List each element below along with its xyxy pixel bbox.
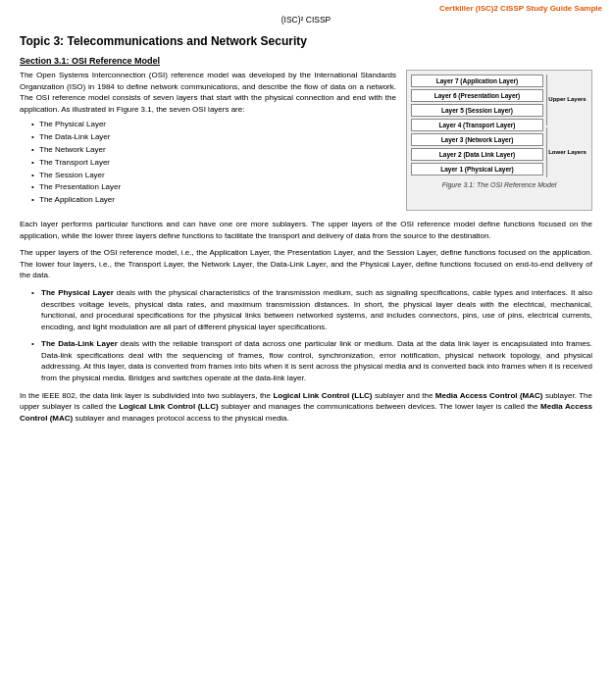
- detail-physical-text: deals with the physical characteristics …: [41, 288, 592, 331]
- list-item: The Transport Layer: [31, 157, 396, 170]
- brand-name: Certkiller (ISC)2 CISSP Study Guide Samp…: [10, 4, 602, 13]
- main-content: Topic 3: Telecommunications and Network …: [0, 26, 612, 439]
- header: Certkiller (ISC)2 CISSP Study Guide Samp…: [0, 0, 612, 26]
- topic-title: Topic 3: Telecommunications and Network …: [20, 34, 592, 48]
- intro-block: The Open Systems Interconnection (OSI) r…: [20, 70, 592, 211]
- list-item-physical: The Physical Layer deals with the physic…: [31, 287, 592, 332]
- list-item: The Network Layer: [31, 144, 396, 157]
- lower-layers-label: Lower Layers: [546, 127, 587, 178]
- detail-datalink-text: deals with the reliable transport of dat…: [41, 339, 592, 382]
- osi-layer-1: Layer 1 (Physical Layer): [411, 163, 543, 175]
- term-physical: The Physical Layer: [41, 288, 114, 297]
- osi-bullet-list: The Physical Layer The Data-Link Layer T…: [31, 119, 396, 207]
- list-item-datalink: The Data-Link Layer deals with the relia…: [31, 338, 592, 383]
- section-title: Section 3.1: OSI Reference Model: [20, 56, 592, 66]
- diagram-caption: Figure 3.1: The OSI Reference Model: [411, 181, 587, 188]
- osi-layer-6: Layer 6 (Presentation Layer): [411, 89, 543, 102]
- osi-layer-7: Layer 7 (Application Layer): [411, 75, 543, 87]
- intro-paragraph: The Open Systems Interconnection (OSI) r…: [20, 71, 396, 114]
- osi-layer-4: Layer 4 (Transport Layer): [411, 119, 543, 131]
- osi-layer-2: Layer 2 (Data Link Layer): [411, 148, 543, 161]
- paragraph-1: Each layer performs particular functions…: [20, 219, 592, 241]
- list-item: The Session Layer: [31, 170, 396, 182]
- subtitle: (ISC)² CISSP: [10, 15, 602, 25]
- osi-layer-5: Layer 5 (Session Layer): [411, 104, 543, 117]
- term-datalink: The Data-Link Layer: [41, 339, 118, 348]
- paragraph-3: In the IEEE 802, the data link layer is …: [20, 390, 592, 425]
- list-item: The Presentation Layer: [31, 181, 396, 194]
- paragraph-2: The upper layers of the OSI reference mo…: [20, 247, 592, 281]
- list-item: The Physical Layer: [31, 119, 396, 131]
- list-item: The Data-Link Layer: [31, 131, 396, 144]
- osi-diagram: Layer 7 (Application Layer) Layer 6 (Pre…: [406, 70, 592, 211]
- detail-bullet-list: The Physical Layer deals with the physic…: [31, 287, 592, 384]
- list-item: The Application Layer: [31, 194, 396, 207]
- osi-layer-3: Layer 3 (Network Layer): [411, 133, 543, 146]
- upper-layers-label: Upper Layers: [546, 75, 587, 125]
- intro-text: The Open Systems Interconnection (OSI) r…: [20, 70, 396, 211]
